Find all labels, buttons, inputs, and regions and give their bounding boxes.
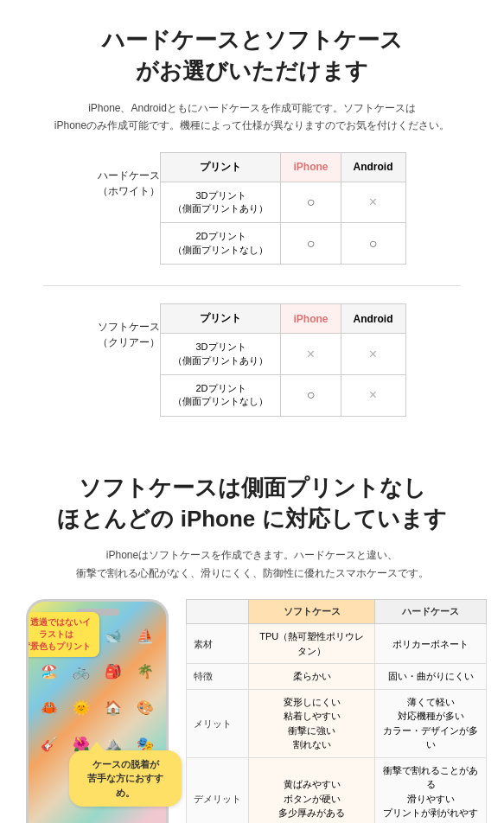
divider bbox=[43, 285, 461, 286]
comp-header-hard: ハードケース bbox=[375, 600, 487, 624]
comp-row-label: メリット bbox=[187, 689, 249, 757]
print-cell: 2Dプリント （側面プリントなし） bbox=[161, 374, 281, 416]
print-cell: 2Dプリント （側面プリントなし） bbox=[161, 223, 281, 265]
iphone-cell: ○ bbox=[281, 374, 341, 416]
iphone-cell: ○ bbox=[281, 182, 341, 223]
iphone-cell: × bbox=[281, 334, 341, 375]
table-row: 2Dプリント （側面プリントなし）○× bbox=[161, 374, 405, 416]
design-elem-3: 🐋 bbox=[99, 619, 128, 652]
design-elem-5: 🏖️ bbox=[35, 655, 64, 688]
table-row: 2Dプリント （側面プリントなし）○○ bbox=[161, 223, 405, 265]
hard-case-table: プリント iPhone Android 3Dプリント （側面プリントあり）○×2… bbox=[160, 152, 405, 265]
bottom-content: 🌊 ⛅ 🐋 ⛵ 🏖️ 🚲 🎒 🌴 🦀 🌞 🏠 🎨 🎸 🌺 ⛰️ 🎭 bbox=[17, 599, 487, 823]
main-title: ハードケースとソフトケース がお選びいただけます bbox=[17, 24, 487, 87]
comp-soft-data: 黄ばみやすい ボタンが硬い 多少厚みがある bbox=[249, 757, 375, 823]
comp-hard-data: ポリカーボネート bbox=[375, 624, 487, 664]
print-cell: 3Dプリント （側面プリントあり） bbox=[161, 182, 281, 223]
hard-case-label: ハードケース （ホワイト） bbox=[98, 152, 160, 199]
design-elem-11: 🏠 bbox=[99, 692, 128, 724]
soft-case-label: ソフトケース （クリアー） bbox=[98, 303, 160, 350]
list-item: メリット変形しにくい 粘着しやすい 衝撃に強い 割れない薄くて軽い 対応機種が多… bbox=[187, 689, 487, 757]
bottom-title: ソフトケースは側面プリントなし ほとんどの iPhone に対応しています bbox=[17, 472, 487, 535]
bottom-subtitle: iPhoneはソフトケースを作成できます。ハードケースと違い、 衝撃で割れる心配… bbox=[17, 546, 487, 582]
table-row: 3Dプリント （側面プリントあり）×× bbox=[161, 334, 405, 375]
comparison-table-wrap: ソフトケース ハードケース 素材TPU（熱可塑性ポリウレタン）ポリカーボネート特… bbox=[186, 599, 487, 823]
soft-table-wrapper: ソフトケース （クリアー） プリント iPhone Android 3Dプリント… bbox=[17, 303, 487, 417]
comp-hard-data: 薄くて軽い 対応機種が多い カラー・デザインが多い bbox=[375, 689, 487, 757]
comparison-table: ソフトケース ハードケース 素材TPU（熱可塑性ポリウレタン）ポリカーボネート特… bbox=[186, 599, 487, 823]
soft-col-iphone: iPhone bbox=[281, 304, 341, 334]
android-cell: ○ bbox=[341, 223, 405, 265]
comp-header-empty bbox=[187, 600, 249, 624]
soft-col-android: Android bbox=[341, 304, 405, 334]
comp-hard-data: 固い・曲がりにくい bbox=[375, 664, 487, 690]
hard-col-android: Android bbox=[341, 152, 405, 182]
design-elem-10: 🌞 bbox=[67, 692, 96, 724]
list-item: デメリット黄ばみやすい ボタンが硬い 多少厚みがある衝撃で割れることがある 滑り… bbox=[187, 757, 487, 823]
comp-hard-data: 衝撃で割れることがある 滑りやすい プリントが剥がれやすい bbox=[375, 757, 487, 823]
hard-table-wrapper: ハードケース （ホワイト） プリント iPhone Android 3Dプリント… bbox=[17, 152, 487, 265]
print-cell: 3Dプリント （側面プリントあり） bbox=[161, 334, 281, 375]
soft-col-print: プリント bbox=[161, 304, 281, 334]
sticker-note: ＊透過ではないイラストは 背景色もプリント bbox=[26, 612, 99, 657]
comp-row-label: 特徴 bbox=[187, 664, 249, 690]
design-elem-9: 🦀 bbox=[35, 692, 64, 724]
hard-col-iphone: iPhone bbox=[281, 152, 341, 182]
hard-case-container: ハードケース （ホワイト） プリント iPhone Android 3Dプリント… bbox=[98, 152, 405, 265]
design-elem-13: 🎸 bbox=[35, 727, 64, 760]
soft-case-table: プリント iPhone Android 3Dプリント （側面プリントあり）××2… bbox=[160, 303, 405, 417]
table-row: 3Dプリント （側面プリントあり）○× bbox=[161, 182, 405, 223]
design-elem-8: 🌴 bbox=[131, 655, 159, 688]
comp-soft-data: TPU（熱可塑性ポリウレタン） bbox=[249, 624, 375, 664]
comp-row-label: 素材 bbox=[187, 624, 249, 664]
soft-case-container: ソフトケース （クリアー） プリント iPhone Android 3Dプリント… bbox=[98, 303, 405, 417]
iphone-cell: ○ bbox=[281, 223, 341, 265]
design-elem-7: 🎒 bbox=[99, 655, 128, 688]
design-elem-12: 🎨 bbox=[131, 692, 159, 724]
callout-bubble: ケースの脱着が 苦手な方におすすめ。 bbox=[69, 750, 182, 807]
comp-soft-data: 柔らかい bbox=[249, 664, 375, 690]
subtitle-text: iPhone、Androidともにハードケースを作成可能です。ソフトケースは i… bbox=[17, 99, 487, 135]
top-section: ハードケースとソフトケース がお選びいただけます iPhone、Androidと… bbox=[0, 0, 504, 455]
list-item: 特徴柔らかい固い・曲がりにくい bbox=[187, 664, 487, 690]
list-item: 素材TPU（熱可塑性ポリウレタン）ポリカーボネート bbox=[187, 624, 487, 664]
phone-image-area: 🌊 ⛅ 🐋 ⛵ 🏖️ 🚲 🎒 🌴 🦀 🌞 🏠 🎨 🎸 🌺 ⛰️ 🎭 bbox=[17, 599, 177, 823]
bottom-section: ソフトケースは側面プリントなし ほとんどの iPhone に対応しています iP… bbox=[0, 455, 504, 823]
android-cell: × bbox=[341, 374, 405, 416]
design-elem-6: 🚲 bbox=[67, 655, 96, 688]
comp-soft-data: 変形しにくい 粘着しやすい 衝撃に強い 割れない bbox=[249, 689, 375, 757]
comp-header-soft: ソフトケース bbox=[249, 600, 375, 624]
design-elem-4: ⛵ bbox=[131, 619, 159, 652]
hard-col-print: プリント bbox=[161, 152, 281, 182]
android-cell: × bbox=[341, 334, 405, 375]
comp-row-label: デメリット bbox=[187, 757, 249, 823]
android-cell: × bbox=[341, 182, 405, 223]
